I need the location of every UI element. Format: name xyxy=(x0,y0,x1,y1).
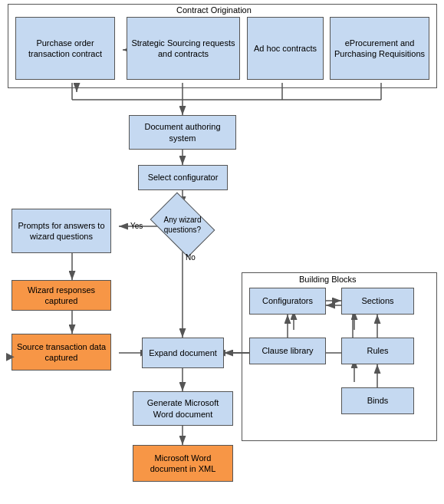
prompts-box: Prompts for answers to wizard questions xyxy=(12,209,111,253)
strategic-sourcing-box: Strategic Sourcing requests and contract… xyxy=(127,17,240,80)
expand-document-box: Expand document xyxy=(142,338,224,368)
source-transaction-box: Source transaction data captured xyxy=(12,334,111,371)
no-label: No xyxy=(186,253,196,262)
arrow-decoration: ▶ xyxy=(6,350,15,362)
eprocurement-box: eProcurement and Purchasing Requisitions xyxy=(330,17,429,80)
ad-hoc-box: Ad hoc contracts xyxy=(247,17,324,80)
wizard-questions-diamond: Any wizard questions? xyxy=(152,202,213,248)
generate-word-box: Generate Microsoft Word document xyxy=(133,391,233,426)
yes-label: Yes xyxy=(130,222,143,230)
ms-word-xml-box: Microsoft Word document in XML xyxy=(133,445,233,482)
select-configurator-box: Select configurator xyxy=(138,165,228,190)
rules-box: Rules xyxy=(341,338,414,364)
sections-box: Sections xyxy=(341,288,414,315)
purchase-order-box: Purchase order transaction contract xyxy=(15,17,115,80)
binds-box: Binds xyxy=(341,387,414,414)
wizard-responses-box: Wizard responses captured xyxy=(12,280,111,311)
building-blocks-label: Building Blocks xyxy=(299,275,357,284)
configurators-box: Configurators xyxy=(249,288,326,315)
doc-authoring-box: Document authoring system xyxy=(129,115,236,150)
contract-origination-label: Contract Origination xyxy=(176,5,252,15)
clause-library-box: Clause library xyxy=(249,338,326,364)
diagram: Contract Origination Purchase order tran… xyxy=(0,0,444,504)
